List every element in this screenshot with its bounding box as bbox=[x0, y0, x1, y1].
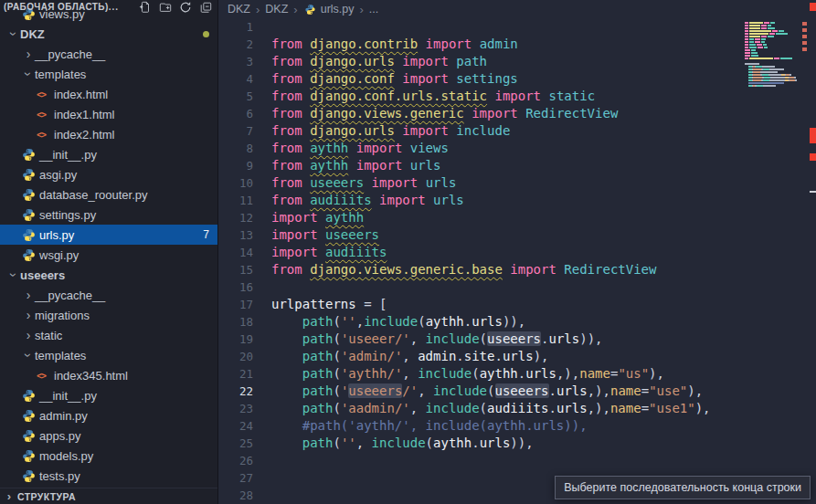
tree-item-index2.html[interactable]: <>index2.html bbox=[0, 124, 217, 144]
code-line-8[interactable]: 8from aythh import views bbox=[218, 140, 816, 157]
tree-item-models.py[interactable]: models.py bbox=[0, 446, 217, 466]
tree-item-urls.py[interactable]: urls.py7 bbox=[0, 225, 217, 245]
line-number[interactable]: 11 bbox=[218, 192, 253, 209]
line-number[interactable]: 22 bbox=[218, 383, 253, 400]
code-line-20[interactable]: 20 path('admin/', admin.site.urls), bbox=[218, 348, 816, 365]
line-number[interactable]: 5 bbox=[218, 88, 253, 105]
tree-item-settings.py[interactable]: settings.py bbox=[0, 205, 217, 225]
tree-item-index345.html[interactable]: <>index345.html bbox=[0, 365, 217, 385]
code-line-23[interactable]: 23 path('aadmin/', include(audiiits.urls… bbox=[218, 400, 816, 417]
breadcrumb-segment[interactable]: DKZ bbox=[228, 3, 250, 16]
line-number[interactable]: 10 bbox=[218, 174, 253, 192]
tree-item-apps.py[interactable]: apps.py bbox=[0, 425, 217, 446]
line-number[interactable]: 2 bbox=[218, 36, 253, 53]
breadcrumb-segment[interactable]: ... bbox=[369, 3, 378, 16]
code-line-5[interactable]: 5from django.conf.urls.static import sta… bbox=[218, 88, 816, 105]
code-line-15[interactable]: 15from django.views.generic.base import … bbox=[218, 261, 816, 278]
refresh-icon[interactable] bbox=[178, 1, 192, 14]
line-number[interactable]: 20 bbox=[218, 348, 253, 365]
code-line-18[interactable]: 18 path('',include(aythh.urls)), bbox=[218, 313, 816, 331]
breadcrumb-segment[interactable]: DKZ bbox=[265, 3, 288, 16]
line-number[interactable]: 1 bbox=[218, 18, 253, 36]
line-number[interactable]: 27 bbox=[218, 469, 253, 487]
line-number[interactable]: 8 bbox=[218, 140, 253, 157]
line-number[interactable]: 28 bbox=[218, 487, 253, 504]
tree-item-__init__.py[interactable]: __init__.py bbox=[0, 385, 217, 405]
line-number[interactable]: 17 bbox=[218, 296, 253, 313]
breadcrumb-segment[interactable]: urls.py bbox=[303, 3, 355, 16]
code-text: from django.conf import settings bbox=[253, 70, 518, 88]
code-line-14[interactable]: 14import audiiits bbox=[218, 244, 816, 261]
tree-item-label: index345.html bbox=[54, 369, 128, 383]
code-line-19[interactable]: 19 path('useeer/', include(useeers.urls)… bbox=[218, 331, 816, 348]
line-number[interactable]: 9 bbox=[218, 157, 253, 174]
tree-item-asgi.py[interactable]: asgi.py bbox=[0, 164, 217, 184]
line-number[interactable]: 23 bbox=[218, 400, 253, 417]
breadcrumb-separator-icon: › bbox=[293, 3, 297, 16]
code-line-9[interactable]: 9from aythh import urls bbox=[218, 157, 816, 174]
tree-item-__pycache__[interactable]: ›__pycache__ bbox=[0, 44, 217, 64]
new-folder-icon[interactable] bbox=[158, 1, 172, 14]
chevron-down-icon: › bbox=[22, 349, 35, 362]
code-line-21[interactable]: 21 path('aythh/', include(aythh.urls,),n… bbox=[218, 365, 816, 383]
code-line-26[interactable]: 26 bbox=[218, 452, 816, 469]
line-number[interactable]: 4 bbox=[218, 70, 253, 88]
code-line-1[interactable]: 1 bbox=[218, 18, 816, 36]
tree-item-templates[interactable]: ›templates bbox=[0, 64, 217, 84]
collapse-all-icon[interactable] bbox=[198, 1, 212, 14]
tree-item-tests.py[interactable]: tests.py bbox=[0, 466, 217, 486]
python-file-icon bbox=[22, 208, 39, 222]
line-number[interactable]: 12 bbox=[218, 209, 253, 226]
minimap[interactable] bbox=[745, 19, 803, 96]
new-file-icon[interactable] bbox=[138, 1, 152, 14]
code-line-11[interactable]: 11from audiiits import urls bbox=[218, 192, 816, 209]
code-text: urlpatterns = [ bbox=[253, 296, 387, 313]
code-line-10[interactable]: 10from useeers import urls bbox=[218, 174, 816, 192]
more-actions-icon[interactable]: ... bbox=[109, 2, 119, 12]
line-number[interactable]: 21 bbox=[218, 365, 253, 383]
code-line-2[interactable]: 2from django.contrib import admin bbox=[218, 36, 816, 53]
line-number[interactable]: 15 bbox=[218, 261, 253, 278]
code-line-24[interactable]: 24 #path('aythh/', include(aythh.urls)), bbox=[218, 417, 816, 435]
line-number[interactable]: 26 bbox=[218, 452, 253, 469]
tree-item-admin.py[interactable]: admin.py bbox=[0, 405, 217, 425]
code-line-6[interactable]: 6from django.views.generic import Redire… bbox=[218, 105, 816, 122]
tree-item-__pycache__[interactable]: ›__pycache__ bbox=[0, 285, 217, 305]
tree-item-static[interactable]: ›static bbox=[0, 325, 217, 345]
code-text: from aythh import urls bbox=[253, 157, 440, 174]
line-number[interactable]: 3 bbox=[218, 53, 253, 70]
tree-item-__init__.py[interactable]: __init__.py bbox=[0, 144, 217, 164]
code-line-13[interactable]: 13import useeers bbox=[218, 226, 816, 244]
code-text bbox=[253, 278, 271, 296]
tree-item-index.html[interactable]: <>index.html bbox=[0, 84, 217, 104]
tree-item-migrations[interactable]: ›migrations bbox=[0, 305, 217, 325]
tree-item-database_roouter.py[interactable]: database_roouter.py bbox=[0, 184, 217, 205]
tree-item-index1.html[interactable]: <>index1.html bbox=[0, 104, 217, 124]
line-number[interactable]: 6 bbox=[218, 105, 253, 122]
line-number[interactable]: 7 bbox=[218, 122, 253, 140]
line-number[interactable]: 13 bbox=[218, 226, 253, 244]
code-line-22[interactable]: 22 path('useeers/', include(useeers.urls… bbox=[218, 383, 816, 400]
code-line-25[interactable]: 25 path('', include(aythh.urls)), bbox=[218, 435, 816, 452]
code-lines: 12from django.contrib import admin3from … bbox=[218, 18, 816, 504]
tree-item-label: useeers bbox=[20, 268, 65, 282]
line-number[interactable]: 25 bbox=[218, 435, 253, 452]
chevron-down-icon: › bbox=[7, 27, 20, 40]
line-number[interactable]: 24 bbox=[218, 417, 253, 435]
code-line-3[interactable]: 3from django.urls import path bbox=[218, 53, 816, 70]
code-line-4[interactable]: 4from django.conf import settings bbox=[218, 70, 816, 88]
tree-item-label: templates bbox=[35, 349, 86, 362]
code-line-7[interactable]: 7from django.urls import include bbox=[218, 122, 816, 140]
code-line-12[interactable]: 12import aythh bbox=[218, 209, 816, 226]
tree-item-templates[interactable]: ›templates bbox=[0, 345, 217, 365]
code-line-17[interactable]: 17urlpatterns = [ bbox=[218, 296, 816, 313]
tree-item-DKZ[interactable]: ›DKZ bbox=[0, 24, 217, 44]
line-number[interactable]: 18 bbox=[218, 313, 253, 331]
tree-item-useeers[interactable]: ›useeers bbox=[0, 265, 217, 285]
line-number[interactable]: 14 bbox=[218, 244, 253, 261]
code-line-16[interactable]: 16 bbox=[218, 278, 816, 296]
outline-section-header[interactable]: › СТРУКТУРА bbox=[0, 488, 217, 504]
line-number[interactable]: 19 bbox=[218, 331, 253, 348]
tree-item-wsgi.py[interactable]: wsgi.py bbox=[0, 245, 217, 265]
line-number[interactable]: 16 bbox=[218, 278, 253, 296]
